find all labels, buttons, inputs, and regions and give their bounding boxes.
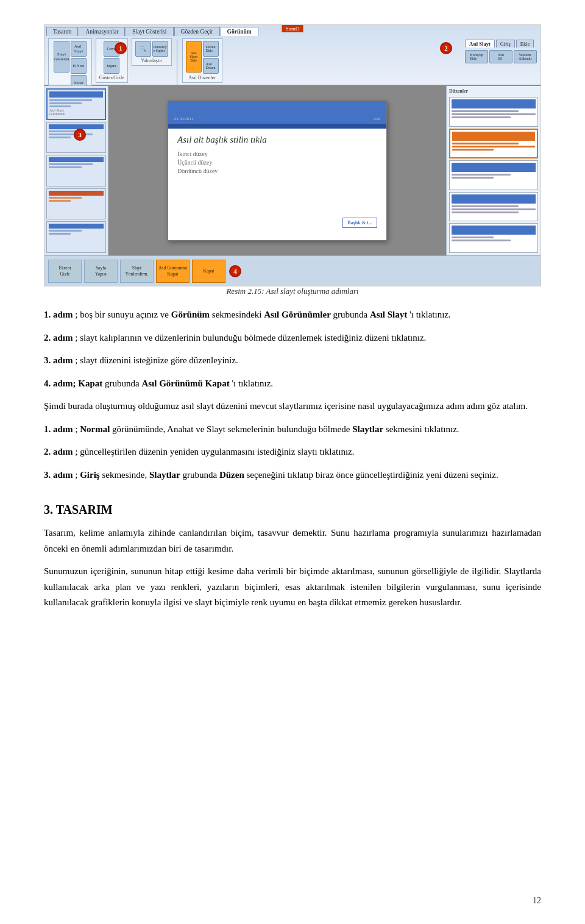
layouts-label: Düzenler (449, 88, 538, 94)
step-label-2: 2. adım (44, 333, 73, 343)
p8-text1: ; (75, 470, 80, 480)
s2-text: Sunumuzun içeriğinin, sununun hitap etti… (44, 566, 541, 607)
p1-asil-slayt: Asıl Slayt (370, 310, 407, 319)
figure-caption: Resim 2.15: Asıl slayt oluşturma adımlar… (44, 286, 541, 296)
tab-gorunum[interactable]: Görünüm (221, 27, 258, 36)
p5-text: Şimdi burada oluşturmuş olduğumuz asıl s… (44, 401, 528, 411)
layout-thumb-4[interactable] (449, 192, 538, 222)
btn-asil-gorunum-kapat[interactable]: Asıl GörünümüKapat (156, 260, 190, 283)
p6-text3: sekmesini tıklatınız. (386, 424, 459, 434)
slides-panel: Asıl SlaytGörünümü (44, 86, 108, 255)
bottom-bar: EkreniGizle SayfaYapısı SlaytYönlendirm.… (44, 255, 541, 286)
p6-normal: Normal (80, 424, 110, 434)
p8-slaytlar: Slaytlar (149, 470, 180, 480)
btn-izgara[interactable]: Izgara (104, 58, 119, 74)
right-tab-ekle[interactable]: Ekle (516, 40, 534, 48)
btn-yonlendirme[interactable]: SlaytYönlendirm. (120, 260, 154, 283)
ribbon-group-yakin: 🔍 Pencereye Sığdır Yakınlaştır (132, 38, 172, 66)
main-slide: 01.04.2011 Asıl Asıl alt başlık stilin t… (168, 101, 387, 241)
paragraph-6: 1. adım ; Normal görünümünde, Anahat ve … (44, 422, 541, 438)
p1-asil-gorunum: Asıl Görünümler (264, 310, 331, 319)
p8-text4: seçeneğini tıklatıp biraz önce güncelleş… (247, 470, 498, 480)
layout-thumb-2[interactable] (449, 129, 538, 158)
paragraph-8: 3. adım ; Giriş sekmesinde, Slaytlar gru… (44, 467, 541, 483)
layout-thumb-3[interactable] (449, 160, 538, 190)
btn-duzen-ekle[interactable]: DüzenEkle (203, 41, 219, 57)
p3-text: ; slayt düzenini isteğinize göre düzenle… (75, 355, 238, 365)
paragraph-tasarim-2: Sunumuzun içeriğinin, sununun hitap etti… (44, 564, 541, 611)
slide-subtitle: İkinci düzeyÜçüncü düzeyDördüncü düzey (177, 150, 218, 176)
slide-thumb-3[interactable] (46, 155, 106, 187)
step-label-7: 2. adım (44, 447, 73, 457)
btn-asil-yeniden-adlandir[interactable]: YenidenAdlandır (514, 50, 537, 63)
tab-slayt-gosterisi[interactable]: Slayt Gösterisi (126, 27, 173, 36)
p1-text: ; boş bir sunuyu açınız ve (75, 310, 171, 319)
p8-text3: grubunda (183, 470, 219, 480)
slide-header: 01.04.2011 Asıl (168, 101, 386, 129)
step-label-4: 4. adım; Kapat (44, 378, 102, 388)
p8-duzen: Düzen (219, 470, 244, 480)
btn-cetvel[interactable]: Cetvel (104, 41, 119, 57)
p1-text3: grubunda (333, 310, 370, 319)
btn-kapat[interactable]: Kapat (192, 260, 225, 283)
paragraph-7: 2. adım ; güncelleştirilen düzenin yenid… (44, 444, 541, 460)
ribbon-group-asil: AsılSlaytEkle DüzenEkle AsılDüzen Asıl D… (182, 38, 222, 83)
btn-sayfa-yapisi[interactable]: SayfaYapısı (84, 260, 118, 283)
paragraph-1: 1. adım ; boş bir sunuyu açınız ve Görün… (44, 307, 541, 323)
layout-thumb-1[interactable] (449, 97, 538, 127)
p2-text: ; slayt kalıplarının ve düzenlerinin bul… (75, 333, 426, 343)
paragraph-2: 2. adım ; slayt kalıplarının ve düzenler… (44, 330, 541, 346)
step-label-6: 1. adım (44, 424, 73, 434)
btn-asil-duzen[interactable]: AsılDüzen (203, 58, 219, 74)
btn-slayt-gosterisi[interactable]: SlaytGösterisi (54, 41, 69, 73)
p1-text2: sekmesindeki (212, 310, 264, 319)
btn-asil-sil[interactable]: AsılSil (489, 50, 512, 63)
ribbon: Tasarım Animasyonlar Slayt Gösterisi Göz… (44, 25, 541, 86)
slide-thumb-1[interactable]: Asıl SlaytGörünümü (46, 88, 106, 120)
p6-text1: ; (75, 424, 80, 434)
step-label-3: 3. adım (44, 355, 73, 365)
p8-text2: sekmesinde, (102, 470, 149, 480)
main-content: 1. adım ; boş bir sunuyu açınız ve Görün… (44, 307, 541, 611)
ribbon-group-label-2: Göster/Gizle (99, 75, 124, 80)
tab-animasyonlar[interactable]: Animasyonlar (79, 27, 125, 36)
paragraph-tasarim-1: Tasarım, kelime anlamıyla zihinde canlan… (44, 525, 541, 556)
slide-title-text: Asıl alt başlık stilin tıkla (177, 135, 267, 145)
slide-thumb-5[interactable] (46, 221, 106, 253)
badge-4: 4 (229, 265, 241, 277)
ribbon-group-label-3: Yakınlaştır (141, 58, 162, 63)
slide-thumb-2[interactable] (46, 122, 106, 154)
btn-ekreni-gizle[interactable]: EkreniGizle (48, 260, 82, 283)
slide-callout: Başlık & t... (342, 218, 377, 228)
btn-yakin[interactable]: 🔍 (135, 41, 151, 57)
p6-slaytlar: Slaytlar (352, 424, 383, 434)
ribbon-group-label-4: Asıl Düzenler (188, 75, 216, 80)
p7-text: ; güncelleştirilen düzenin yeniden uygul… (75, 447, 354, 457)
page-number: 12 (533, 896, 541, 906)
p4-text: grubunda (105, 378, 141, 388)
p4-asil-gorunum-kapat: Asıl Görünümü Kapat (141, 378, 229, 388)
p8-giris: Giriş (80, 470, 100, 480)
btn-asil-slayt-selected[interactable]: AsılSlaytEkle (186, 41, 202, 73)
tab-tasarim[interactable]: Tasarım (46, 27, 78, 36)
btn-pencere-sidir[interactable]: Pencereye Sığdır (152, 41, 168, 57)
ribbon-group-goster: Cetvel Izgara Göster/Gizle (96, 38, 128, 83)
paragraph-4: 4. adım; Kapat grubunda Asıl Görünümü Ka… (44, 376, 541, 392)
step-label-8: 3. adım (44, 470, 73, 480)
paragraph-5: Şimdi burada oluşturmuş olduğumuz asıl s… (44, 399, 541, 414)
p4-text2: 'ı tıklatınız. (232, 378, 273, 388)
slide-canvas: 01.04.2011 Asıl Asıl alt başlık stilin t… (108, 86, 446, 255)
right-tab-giris[interactable]: Giriş (496, 40, 515, 48)
layout-thumb-5[interactable] (449, 223, 538, 253)
paragraph-3: 3. adım ; slayt düzenini isteğinize göre… (44, 353, 541, 369)
slide-thumb-4[interactable] (46, 188, 106, 220)
tab-gozden-gecir[interactable]: Gözden Geçir (174, 27, 220, 36)
app-logo: SumO (282, 25, 303, 32)
right-tab-asil[interactable]: Asıl Slayt (465, 40, 495, 48)
step-label-1: 1. adım (44, 310, 73, 319)
screenshot-image: SumO Tasarım Animasyonlar Slayt Gösteris… (44, 24, 541, 286)
layouts-panel: Düzenler (446, 86, 541, 255)
btn-korudup[interactable]: KoruyupEkle (465, 50, 488, 63)
btn-asil[interactable]: AsılSlayt (71, 41, 87, 57)
btn-el-notu[interactable]: El Notu (71, 58, 87, 74)
